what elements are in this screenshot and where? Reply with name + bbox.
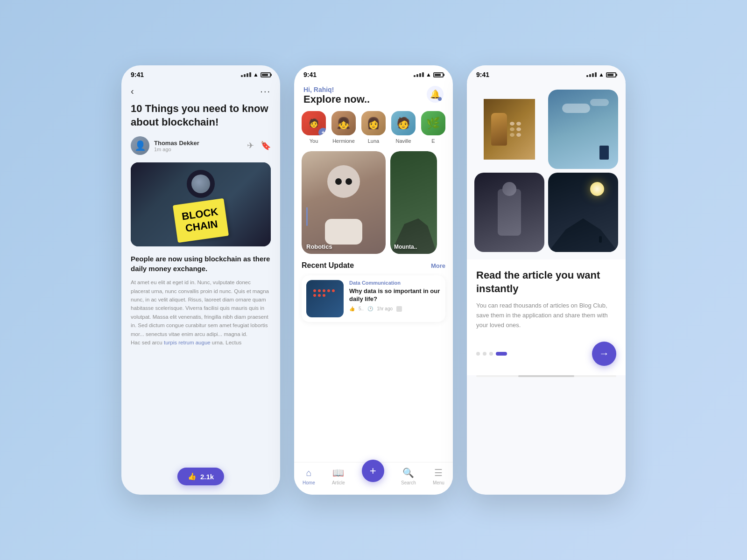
recent-header: Recent Update More	[294, 261, 453, 275]
wifi-icon-2: ▲	[426, 71, 431, 78]
phone-1: 9:41 ▲ ‹ ··· 10 Things you need to know …	[121, 65, 280, 495]
more-link[interactable]: More	[431, 262, 445, 269]
stories-row: 🧑 + You 👧 Hermione 👩 Luna	[294, 111, 453, 151]
story-avatar-naville: 🧑	[391, 111, 416, 135]
news-thumbnail	[306, 280, 344, 317]
nav-home-label: Home	[303, 480, 315, 485]
status-icons-3: ▲	[586, 71, 616, 78]
nav-home[interactable]: ⌂ Home	[303, 468, 315, 485]
onboard-desc: You can read thousands of articles on Bl…	[476, 301, 616, 330]
status-icons-2: ▲	[414, 71, 444, 78]
bookmark-icon[interactable]: 🔖	[261, 140, 271, 151]
nav-search[interactable]: 🔍 Search	[401, 467, 416, 485]
news-bookmark[interactable]	[396, 306, 402, 312]
notification-button[interactable]: 🔔	[427, 86, 444, 103]
nav-add-button[interactable]: +	[362, 460, 384, 482]
moon-visual	[590, 182, 604, 196]
bottom-nav: ⌂ Home 📖 Article + 🔍 Search ☰ Menu	[294, 462, 453, 495]
battery-2	[433, 72, 444, 77]
scroll-thumb	[518, 375, 574, 377]
blockchain-note: BLOCK CHAIN	[173, 198, 229, 243]
time-1: 9:41	[131, 71, 144, 78]
more-button[interactable]: ···	[260, 86, 271, 97]
gallery-item-statue[interactable]	[474, 173, 544, 252]
wifi-icon-1: ▲	[253, 71, 259, 78]
body-end: Hac sed arcu turpis retrum augue urna. L…	[131, 340, 241, 345]
featured-card-mountain[interactable]: Mounta..	[390, 151, 437, 254]
news-card[interactable]: Data Communication Why data is so import…	[302, 275, 445, 322]
story-avatar-hermione: 👧	[331, 111, 356, 135]
dot-active	[496, 352, 507, 356]
onboard-footer: →	[476, 342, 616, 366]
featured-card-robotics[interactable]: Robotics	[302, 151, 386, 254]
article-header: ‹ ···	[121, 82, 280, 102]
next-button[interactable]: →	[592, 342, 616, 366]
signal-bar-3	[247, 73, 248, 77]
article-body: At amet eu elit at eget id in. Nunc, vul…	[121, 278, 280, 347]
add-icon: +	[370, 464, 376, 477]
gallery-item-sky[interactable]	[548, 90, 618, 169]
back-button[interactable]: ‹	[131, 86, 134, 97]
story-item-you[interactable]: 🧑 + You	[302, 111, 326, 144]
author-time: 1m ago	[154, 147, 242, 152]
p2-header: Hi, Rahiq! Explore now.. 🔔	[294, 82, 453, 111]
signal-bar-4	[249, 72, 251, 77]
featured-label-robotics: Robotics	[306, 243, 332, 250]
phone-2: 9:41 ▲ Hi, Rahiq! Explore now.. 🔔	[294, 65, 453, 495]
time-2: 9:41	[303, 71, 317, 78]
status-bar-3: 9:41 ▲	[467, 65, 626, 82]
gallery-item-mountain[interactable]	[548, 173, 618, 252]
article-icon: 📖	[332, 467, 344, 478]
author-actions: ✈ 🔖	[247, 140, 271, 151]
gallery-item-food[interactable]	[474, 90, 544, 169]
news-likes: 5..	[359, 306, 364, 311]
clock-icon: 🕐	[367, 306, 373, 311]
status-icons-1: ▲	[241, 71, 271, 78]
avatar-icon: 👤	[134, 140, 146, 151]
recent-title: Recent Update	[302, 261, 354, 270]
scroll-indicator	[476, 375, 616, 377]
menu-icon: ☰	[434, 467, 443, 478]
like-badge[interactable]: 👍 2.1k	[177, 468, 224, 485]
dot-1	[476, 352, 480, 356]
nav-article[interactable]: 📖 Article	[332, 467, 345, 485]
story-item-hermione[interactable]: 👧 Hermione	[331, 111, 356, 144]
status-bar-2: 9:41 ▲	[294, 65, 453, 82]
news-time: 1hr ago	[377, 306, 393, 311]
story-avatar-luna: 👩	[361, 111, 386, 135]
gallery-grid	[467, 82, 626, 259]
story-avatar-you: 🧑 +	[302, 111, 326, 135]
story-name-naville: Naville	[395, 138, 411, 144]
battery-1	[261, 72, 271, 77]
body-highlight: turpis retrum augue	[164, 340, 211, 345]
featured-label-mountain: Mounta..	[394, 244, 417, 250]
like-icon: 👍	[188, 472, 197, 481]
story-add-icon: +	[318, 128, 326, 135]
body-text: At amet eu elit at eget id in. Nunc, vul…	[131, 280, 269, 336]
nav-article-label: Article	[332, 480, 345, 485]
phone-3: 9:41 ▲	[467, 65, 626, 495]
article-image: BLOCK CHAIN	[131, 162, 271, 246]
battery-fill-3	[607, 74, 613, 76]
featured-row: Robotics Mounta..	[294, 151, 453, 261]
wifi-icon-3: ▲	[599, 71, 604, 78]
author-row: 👤 Thomas Dekker 1m ago ✈ 🔖	[121, 136, 280, 162]
article-title: 10 Things you need to know about blockch…	[121, 102, 280, 136]
nav-menu-label: Menu	[433, 480, 444, 485]
status-bar-1: 9:41 ▲	[121, 65, 280, 82]
signal-bar-1	[241, 75, 243, 77]
story-name-hermione: Hermione	[332, 138, 355, 144]
author-name: Thomas Dekker	[154, 140, 242, 147]
story-item-e[interactable]: 🌿 E	[421, 111, 445, 144]
home-icon: ⌂	[306, 468, 311, 478]
like-icon-small: 👍	[349, 306, 355, 311]
notification-dot	[438, 97, 442, 101]
share-icon[interactable]: ✈	[247, 140, 254, 151]
onboard-title: Read the article you want instantly	[476, 269, 616, 295]
nav-menu[interactable]: ☰ Menu	[433, 467, 444, 485]
story-item-naville[interactable]: 🧑 Naville	[391, 111, 416, 144]
story-name-luna: Luna	[368, 138, 379, 144]
time-3: 9:41	[476, 71, 489, 78]
avatar: 👤	[131, 136, 149, 155]
story-item-luna[interactable]: 👩 Luna	[361, 111, 386, 144]
